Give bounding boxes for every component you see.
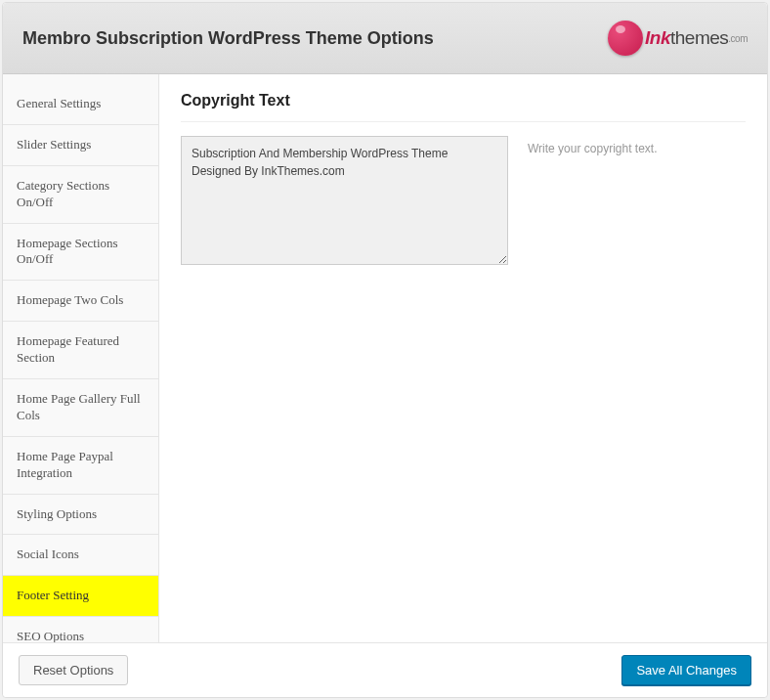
sidebar-item-gallery-full-cols[interactable]: Home Page Gallery Full Cols <box>3 379 158 437</box>
logo-text: Inkthemes.com <box>645 27 748 49</box>
panel-footer: Reset Options Save All Changes <box>3 642 767 697</box>
sidebar-item-label: Slider Settings <box>17 137 91 152</box>
logo-icon <box>608 21 643 56</box>
sidebar-item-label: SEO Options <box>17 629 84 642</box>
panel-header: Membro Subscription WordPress Theme Opti… <box>3 3 767 74</box>
sidebar-item-seo-options[interactable]: SEO Options <box>3 617 158 642</box>
sidebar-item-label: General Settings <box>17 96 101 110</box>
sidebar-item-label: Footer Setting <box>17 588 89 602</box>
sidebar-item-styling-options[interactable]: Styling Options <box>3 495 158 536</box>
section-title: Copyright Text <box>181 92 746 122</box>
brand-logo: Inkthemes.com <box>608 21 748 56</box>
sidebar-item-label: Homepage Two Cols <box>17 292 123 307</box>
sidebar-item-label: Styling Options <box>17 506 97 521</box>
sidebar-item-homepage-featured[interactable]: Homepage Featured Section <box>3 322 158 379</box>
sidebar-item-paypal-integration[interactable]: Home Page Paypal Integration <box>3 437 158 495</box>
sidebar-item-label: Home Page Paypal Integration <box>17 449 113 480</box>
sidebar-item-social-icons[interactable]: Social Icons <box>3 535 158 576</box>
content-area: Copyright Text Write your copyright text… <box>159 74 767 642</box>
sidebar-item-label: Social Icons <box>17 547 79 561</box>
sidebar-item-homepage-two-cols[interactable]: Homepage Two Cols <box>3 281 158 322</box>
sidebar-item-general-settings[interactable]: General Settings <box>3 84 158 125</box>
sidebar-item-slider-settings[interactable]: Slider Settings <box>3 125 158 166</box>
sidebar-item-label: Home Page Gallery Full Cols <box>17 391 141 422</box>
save-all-changes-button[interactable]: Save All Changes <box>621 655 751 685</box>
sidebar-item-label: Category Sections On/Off <box>17 178 109 209</box>
reset-options-button[interactable]: Reset Options <box>19 655 128 685</box>
theme-options-panel: Membro Subscription WordPress Theme Opti… <box>2 2 768 698</box>
panel-body: General Settings Slider Settings Categor… <box>3 74 767 642</box>
sidebar-item-footer-setting[interactable]: Footer Setting <box>3 576 158 617</box>
field-row: Write your copyright text. <box>181 136 746 265</box>
sidebar-item-label: Homepage Sections On/Off <box>17 236 118 267</box>
field-help-text: Write your copyright text. <box>528 136 658 265</box>
page-title: Membro Subscription WordPress Theme Opti… <box>22 28 434 49</box>
sidebar-item-category-sections[interactable]: Category Sections On/Off <box>3 166 158 224</box>
copyright-text-input[interactable] <box>181 136 508 265</box>
sidebar-item-label: Homepage Featured Section <box>17 333 119 365</box>
sidebar-item-homepage-sections[interactable]: Homepage Sections On/Off <box>3 224 158 282</box>
sidebar-nav: General Settings Slider Settings Categor… <box>3 74 159 642</box>
